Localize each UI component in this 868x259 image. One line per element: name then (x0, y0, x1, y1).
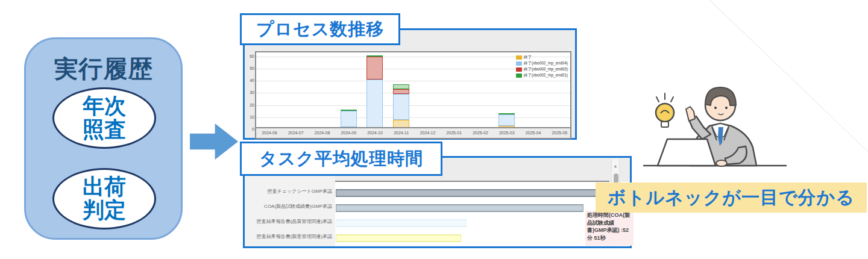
task-bar[interactable] (336, 204, 583, 212)
process-chart-x-axis: 2024-062024-072024-082024-092024-102024-… (256, 127, 570, 138)
flow-arrow-icon (190, 123, 238, 160)
shipping-judgment-ellipse: 出荷 判定 (52, 168, 156, 229)
hover-tooltip: 処理時間(COA(製品試験成績書)GMP承認) :52分 51秒 (585, 211, 634, 246)
x-tick-label: 2025-02 (467, 131, 494, 135)
gridline-10 (256, 117, 570, 118)
bar-segment-2024-11[interactable] (393, 89, 409, 94)
x-tick-label: 2025-04 (520, 131, 547, 135)
legend-label: 終了(xbo002_mp_end02) (524, 67, 568, 72)
task-row-label: 照査結果報告書(製造管理関連)承認 (248, 232, 332, 241)
x-tick-label: 2024-06 (256, 131, 283, 135)
task-chart-plot (335, 181, 609, 246)
shipping-judgment-line1: 出荷 (83, 175, 126, 199)
person-illustration (642, 69, 823, 178)
y-tick-label: 40 (246, 78, 254, 83)
legend-item[interactable]: 終了(xbo002_mp_end04) (516, 60, 568, 66)
process-chart-legend: 終了終了(xbo002_mp_end04)終了(xbo002_mp_end02)… (516, 54, 568, 78)
tooltip-line: 分 51秒 (587, 234, 632, 242)
y-tick-label: 10 (246, 115, 254, 119)
bar-segment-2025-03[interactable] (498, 113, 515, 114)
tooltip-line: 品試験成績 (587, 219, 632, 227)
task-row-label: 照査チェックシートGMP承認 (248, 187, 332, 196)
legend-item[interactable]: 終了(xbo002_mp_end02) (516, 66, 568, 72)
gridline-30 (256, 93, 570, 93)
legend-label: 終了 (524, 55, 532, 60)
bar-segment-2024-10[interactable] (366, 80, 383, 128)
lightbulb-icon (656, 93, 674, 127)
x-tick-label: 2024-09 (335, 131, 362, 135)
task-row-label: 照査結果報告書(品質管理関連)承認 (248, 217, 332, 226)
task-row-label: COA(製品試験成績書)GMP承認 (248, 202, 332, 211)
legend-item[interactable]: 終了 (516, 54, 568, 60)
task-panel-title: タスク平均処理時間 (240, 142, 442, 176)
legend-label: 終了(xbo002_mp_end04) (524, 61, 568, 66)
x-tick-label: 2024-10 (362, 131, 388, 135)
execution-history-box: 実行履歴 年次 照査 出荷 判定 (24, 37, 183, 240)
y-tick-label: 30 (246, 90, 254, 95)
x-tick-label: 2025-01 (441, 131, 467, 135)
bottleneck-callout: ボトルネックが一目で分かる (596, 183, 867, 213)
bar-segment-2024-11[interactable] (393, 94, 409, 119)
bar-segment-2024-09[interactable] (341, 111, 357, 127)
legend-swatch-icon (516, 55, 522, 60)
process-panel-title: プロセス数推移 (240, 13, 400, 45)
x-tick-label: 2024-12 (415, 131, 441, 135)
y-tick-label: 0 (246, 127, 254, 131)
x-tick-label: 2025-03 (494, 131, 520, 135)
task-panel-title-text: タスク平均処理時間 (259, 147, 423, 171)
gridline-20 (256, 105, 570, 106)
scroll-up-arrow[interactable]: ▲ (612, 164, 619, 168)
shipping-judgment-line2: 判定 (83, 199, 126, 222)
x-tick-label: 2024-11 (388, 131, 415, 135)
bar-segment-2024-11[interactable] (393, 84, 409, 89)
annual-review-ellipse: 年次 照査 (52, 87, 156, 149)
legend-swatch-icon (516, 61, 522, 66)
bottleneck-callout-text: ボトルネックが一目で分かる (608, 186, 855, 210)
bar-segment-2025-03[interactable] (498, 114, 515, 126)
tooltip-line: 書)GMP承認) :52 (587, 226, 632, 234)
annual-review-line2: 照査 (83, 118, 126, 142)
bar-segment-2024-09[interactable] (341, 110, 357, 111)
bar-segment-2024-10[interactable] (366, 57, 383, 80)
execution-history-title: 実行履歴 (26, 52, 181, 86)
y-tick-label: 20 (246, 103, 254, 107)
bar-segment-2024-10[interactable] (366, 55, 383, 57)
task-bar[interactable] (336, 234, 461, 242)
process-panel-title-text: プロセス数推移 (256, 17, 385, 42)
legend-swatch-icon (516, 67, 522, 72)
x-tick-label: 2025-05 (546, 131, 573, 135)
person-head (705, 87, 736, 120)
slide-canvas: 実行履歴 年次 照査 出荷 判定 2024-062024-072024-0820… (0, 0, 868, 259)
scrollbar-thumb[interactable] (614, 173, 618, 183)
x-tick-label: 2024-07 (283, 131, 309, 135)
gridline-40 (256, 81, 570, 81)
task-bar[interactable] (336, 219, 467, 227)
y-tick-label: 60 (246, 54, 254, 58)
legend-swatch-icon (516, 73, 522, 78)
x-tick-label: 2024-08 (309, 131, 336, 135)
process-chart: 2024-062024-072024-082024-092024-102024-… (255, 51, 571, 139)
legend-item[interactable]: 終了(xbo002_mp_end01) (516, 72, 568, 78)
legend-label: 終了(xbo002_mp_end01) (524, 73, 568, 78)
annual-review-line1: 年次 (83, 95, 126, 118)
y-tick-label: 50 (246, 66, 254, 70)
task-bar[interactable] (336, 189, 608, 197)
